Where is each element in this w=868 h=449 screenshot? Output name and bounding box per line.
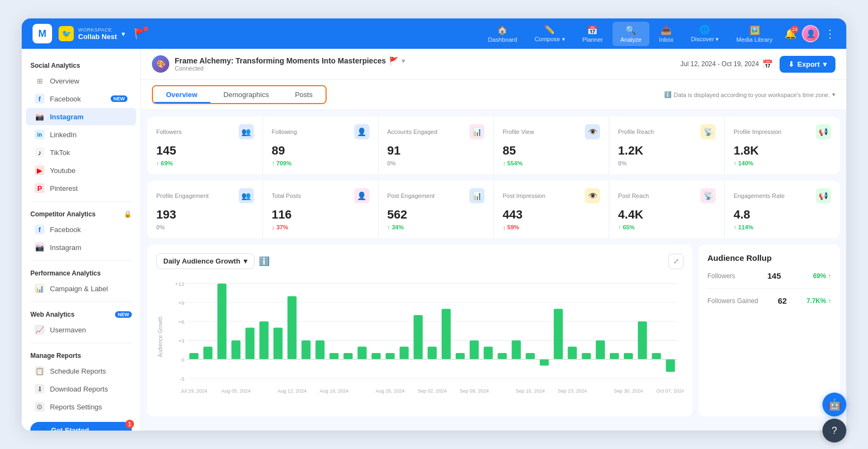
app-shell: M 🐦 WORKSPACE Collab Nest ▾ 🚩 🏠 Dashboar…: [22, 18, 846, 431]
sidebar-item-youtube[interactable]: ▶ Youtube: [26, 162, 136, 179]
nav-item-inbox[interactable]: 📥 Inbox: [652, 22, 681, 46]
sidebar-schedule-reports-label: Schedule Reports: [50, 367, 106, 375]
metric-card-profile-reach: Profile Reach 📡 1.2K 0%: [609, 117, 724, 174]
calendar-icon[interactable]: 📅: [762, 59, 773, 69]
tab-demographics[interactable]: Demographics: [210, 86, 282, 103]
pinterest-icon: P: [35, 183, 44, 193]
user-avatar[interactable]: 👤: [802, 25, 819, 42]
tab-posts[interactable]: Posts: [282, 86, 326, 103]
date-range: Jul 12, 2024 - Oct 19, 2024 📅: [680, 59, 773, 69]
bell-count-badge: 24: [791, 25, 799, 33]
sidebar-item-campaign-label[interactable]: 📊 Campaign & Label: [26, 280, 136, 297]
chart-dropdown[interactable]: Daily Audience Growth ▾: [156, 253, 254, 269]
date-range-text: Jul 12, 2024 - Oct 19, 2024: [680, 60, 759, 68]
sidebar-item-linkedin[interactable]: in LinkedIn: [26, 126, 136, 143]
get-started-button[interactable]: 👤 Get Started 1: [30, 422, 132, 431]
sidebar-reports-settings-label: Reports Settings: [50, 403, 102, 411]
svg-text:Sep 16, 2024: Sep 16, 2024: [516, 388, 545, 394]
svg-rect-19: [288, 296, 297, 359]
workspace-avatar: 🐦: [59, 26, 74, 41]
svg-rect-20: [302, 341, 311, 360]
sidebar-item-schedule-reports[interactable]: 📋 Schedule Reports: [26, 362, 136, 380]
svg-text:Audience Growth: Audience Growth: [157, 316, 163, 357]
nav-item-analyze[interactable]: 🔍 Analyze: [612, 22, 649, 46]
nav-item-dashboard[interactable]: 🏠 Dashboard: [481, 22, 525, 46]
rollup-followers-gained-label: Followers Gained: [707, 297, 758, 305]
svg-rect-16: [245, 328, 254, 359]
svg-rect-21: [316, 341, 325, 360]
metric-label-text: Post Impression: [502, 193, 545, 199]
nav-planner-label: Planner: [583, 36, 603, 43]
discover-icon: 🌐: [699, 24, 710, 35]
svg-text:Sep 30, 2024: Sep 30, 2024: [614, 388, 643, 394]
sidebar-divider-3: [30, 302, 132, 302]
compose-icon: ✏️: [544, 24, 555, 35]
flag-icon[interactable]: 🚩: [134, 28, 146, 40]
metric-icon: 👥: [239, 124, 254, 139]
account-flag-icon: 🚩: [389, 56, 398, 65]
sidebar-item-usermaven[interactable]: 📈 Usermaven: [26, 321, 136, 338]
notifications-bell[interactable]: 🔔24: [784, 28, 796, 40]
sidebar-campaign-label: Campaign & Label: [50, 285, 108, 293]
sidebar-item-download-reports[interactable]: ⬇ Download Reports: [26, 380, 136, 397]
metric-label-text: Profile Impression: [733, 129, 781, 135]
web-new-badge: NEW: [115, 311, 132, 318]
svg-text:Aug 26, 2024: Aug 26, 2024: [375, 388, 405, 394]
metric-value: 1.2K: [618, 144, 716, 158]
svg-rect-43: [624, 353, 633, 360]
metric-card-post-engagement: Post Engagement 📊 562 ↑ 34%: [379, 181, 494, 238]
workspace-selector[interactable]: 🐦 WORKSPACE Collab Nest ▾: [59, 26, 125, 41]
metric-label-text: Profile Engagement: [156, 193, 209, 199]
app-logo[interactable]: M: [33, 24, 52, 43]
sidebar-item-instagram[interactable]: 📷 Instagram: [26, 108, 136, 125]
sidebar-item-pinterest[interactable]: P Pinterest: [26, 179, 136, 197]
nav-media-library-label: Media Library: [736, 36, 773, 43]
more-options-icon[interactable]: ⋮: [825, 27, 835, 40]
manage-reports-section-title: Manage Reports: [22, 348, 141, 362]
metric-value: 1.8K: [733, 144, 831, 158]
sidebar-item-reports-settings[interactable]: ⚙ Reports Settings: [26, 398, 136, 415]
svg-rect-46: [666, 360, 675, 372]
chart-expand-button[interactable]: ⤢: [668, 254, 684, 269]
svg-rect-34: [497, 353, 507, 360]
account-chevron-icon[interactable]: ▾: [401, 56, 405, 65]
svg-text:Sep 09, 2024: Sep 09, 2024: [459, 388, 489, 394]
account-info: Frame Alchemy: Transforming Moments Into…: [175, 56, 405, 72]
top-nav: M 🐦 WORKSPACE Collab Nest ▾ 🚩 🏠 Dashboar…: [22, 18, 846, 49]
help-fab-button[interactable]: ?: [822, 419, 846, 442]
metric-card-followers: Followers 👥 145 ↑ 69%: [148, 117, 263, 174]
chart-info-icon[interactable]: ℹ️: [259, 256, 270, 266]
sidebar-item-comp-facebook[interactable]: f Facebook: [26, 221, 136, 238]
sidebar-item-tiktok[interactable]: ♪ TikTok: [26, 144, 136, 161]
sidebar-item-comp-instagram[interactable]: 📷 Instagram: [26, 239, 136, 256]
metric-icon: 📢: [816, 124, 831, 139]
svg-text:Aug 19, 2024: Aug 19, 2024: [320, 388, 349, 394]
metric-change: ↑ 69%: [156, 160, 254, 166]
export-button[interactable]: ⬇ Export ▾: [780, 56, 835, 73]
tab-overview[interactable]: Overview: [153, 86, 210, 103]
nav-item-planner[interactable]: 📅 Planner: [575, 22, 611, 46]
competitor-label-text: Competitor Analytics: [30, 210, 95, 218]
chat-fab-button[interactable]: 🤖: [822, 393, 846, 416]
sidebar-item-facebook[interactable]: f Facebook NEW: [26, 90, 136, 107]
metric-icon: 👁️: [585, 124, 600, 139]
metric-label: Post Reach 📡: [618, 188, 716, 203]
dashboard-icon: 🏠: [497, 25, 508, 35]
media-library-icon: 🖼️: [749, 25, 760, 35]
metric-label-text: Engagements Rate: [733, 193, 784, 199]
svg-text:+3: +3: [178, 338, 184, 344]
svg-rect-39: [568, 347, 577, 359]
metric-change: 0%: [618, 160, 716, 166]
sidebar-overview-label: Overview: [50, 77, 79, 85]
get-started-user-icon: 👤: [39, 426, 48, 431]
nav-item-compose[interactable]: ✏️ Compose ▾: [527, 21, 572, 46]
metric-label: Profile Engagement 👥: [156, 188, 254, 203]
nav-item-media-library[interactable]: 🖼️ Media Library: [729, 22, 780, 46]
sidebar-linkedin-label: LinkedIn: [50, 131, 76, 139]
workspace-chevron-icon: ▾: [122, 30, 125, 38]
nav-analyze-label: Analyze: [620, 36, 641, 43]
svg-text:+9: +9: [178, 300, 184, 306]
metric-change: ↑ 34%: [387, 224, 485, 230]
sidebar-item-overview[interactable]: ⊞ Overview: [26, 72, 136, 89]
nav-item-discover[interactable]: 🌐 Discover ▾: [684, 21, 727, 46]
